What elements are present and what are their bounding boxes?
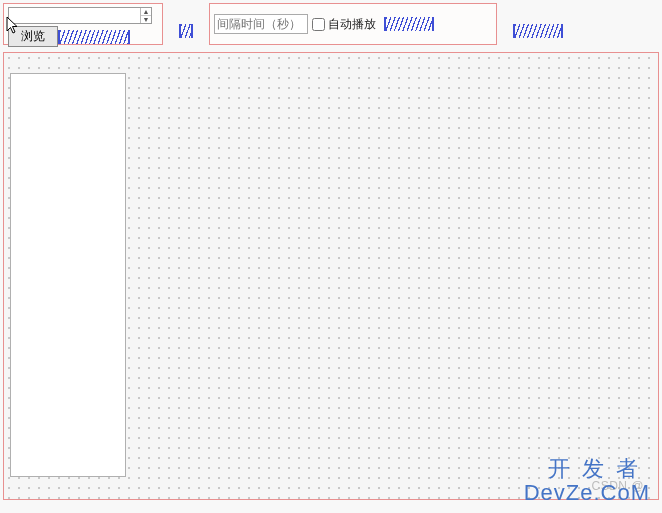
right-controls-panel: 自动播放: [209, 3, 497, 45]
browse-button[interactable]: 浏览: [8, 26, 58, 47]
autoplay-checkbox-wrap[interactable]: 自动播放: [312, 16, 376, 33]
spinner-up-icon[interactable]: ▲: [141, 8, 151, 16]
watermark-line1: 开发者: [524, 457, 650, 481]
autoplay-checkbox[interactable]: [312, 18, 325, 31]
autoplay-label: 自动播放: [328, 16, 376, 33]
spinner-buttons[interactable]: ▲ ▼: [140, 8, 151, 23]
main-design-area: [3, 52, 659, 500]
file-spinner-input[interactable]: [9, 8, 140, 23]
layout-spring-icon: [179, 24, 193, 38]
layout-spring-icon: [513, 24, 563, 38]
layout-spring-icon: [58, 30, 130, 44]
file-spinner[interactable]: ▲ ▼: [8, 7, 152, 24]
devze-watermark: 开发者 DevZe.CoM: [524, 457, 650, 505]
listbox[interactable]: [10, 73, 126, 477]
layout-spring-icon: [384, 17, 434, 31]
watermark-line2: DevZe.CoM: [524, 481, 650, 505]
interval-input[interactable]: [214, 14, 308, 34]
spinner-down-icon[interactable]: ▼: [141, 16, 151, 23]
left-controls-panel: ▲ ▼ 浏览: [3, 3, 163, 45]
